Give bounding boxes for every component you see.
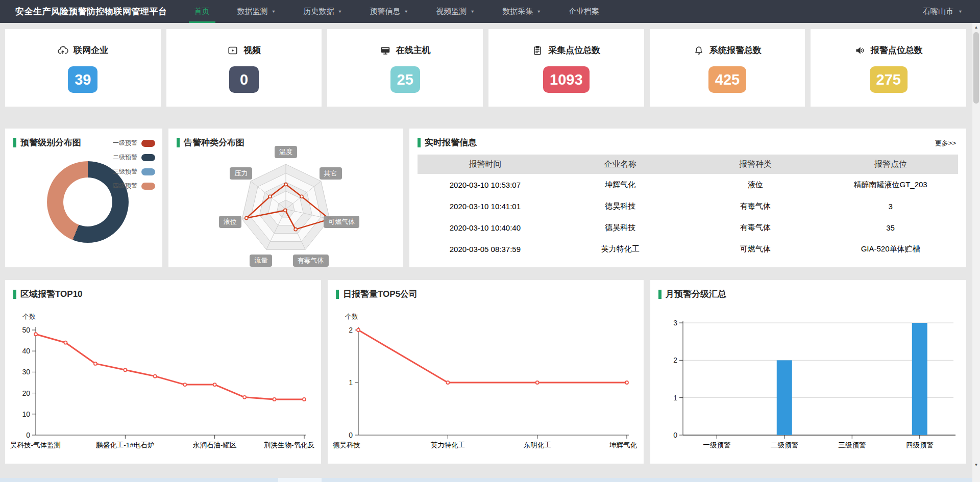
stat-label: 视频 — [243, 44, 261, 56]
chevron-down-icon: ▼ — [337, 10, 342, 14]
chevron-down-icon: ▼ — [536, 10, 541, 14]
col-enterprise-name: 企业名称 — [553, 155, 688, 174]
table-row: 2020-03-10 10:40:40德昊科技有毒气体35 — [418, 217, 958, 238]
svg-text:20: 20 — [22, 389, 30, 397]
svg-text:一级预警: 一级预警 — [703, 441, 730, 449]
nav-item-label: 企业档案 — [569, 7, 599, 16]
legend-item[interactable]: 三级预警 — [113, 167, 155, 176]
legend-item[interactable]: 一级预警 — [113, 139, 155, 147]
svg-text:2: 2 — [349, 326, 353, 334]
scroll-down-arrow-icon[interactable]: ▼ — [972, 461, 980, 469]
nav-item-data-collect[interactable]: 数据采集▼ — [488, 0, 555, 23]
legend-item[interactable]: 二级预警 — [113, 153, 155, 162]
svg-text:坤辉气化: 坤辉气化 — [609, 441, 638, 449]
table-cell: 35 — [823, 217, 958, 238]
table-header-row: 报警时间 企业名称 报警种类 报警点位 — [418, 155, 958, 174]
nav-item-enterprise-archive[interactable]: 企业档案 — [555, 0, 613, 23]
chart-legend: 一级预警二级预警三级预警四级预警 — [113, 139, 155, 196]
stat-value-badge: 25 — [390, 66, 420, 93]
svg-text:个数: 个数 — [345, 313, 358, 320]
svg-text:三级预警: 三级预警 — [838, 441, 866, 449]
svg-text:40: 40 — [22, 347, 30, 355]
table-row: 2020-03-10 10:53:07坤辉气化液位精醇南罐液位GT_203 — [418, 174, 958, 195]
stat-label: 联网企业 — [74, 44, 108, 56]
speaker-icon — [854, 45, 866, 56]
chevron-down-icon: ▼ — [272, 10, 276, 14]
scrollbar-thumb[interactable] — [973, 32, 979, 104]
scroll-up-arrow-icon[interactable]: ▲ — [972, 23, 980, 31]
legend-swatch — [141, 183, 155, 190]
bottom-row: 区域报警TOP10 个数01020304050昊科技-气体监测鹏盛化工-1#电石… — [5, 280, 966, 464]
table-cell: 有毒气体 — [688, 195, 823, 217]
nav-item-warning-info[interactable]: 预警信息▼ — [356, 0, 422, 23]
bottom-section-edge — [0, 478, 972, 482]
nav-item-data-monitor[interactable]: 数据监测▼ — [224, 0, 290, 23]
svg-text:永润石油-罐区: 永润石油-罐区 — [192, 441, 237, 449]
title-accent-bar — [658, 290, 662, 299]
realtime-alarm-table: 报警时间 企业名称 报警种类 报警点位 2020-03-10 10:53:07坤… — [418, 155, 958, 260]
chevron-down-icon: ▼ — [958, 10, 963, 14]
radar-axis-label: 温度 — [275, 146, 297, 158]
region-top10-chart: 个数01020304050昊科技-气体监测鹏盛化工-1#电石炉永润石油-罐区荆洪… — [9, 301, 315, 454]
table-cell: 2020-03-05 08:37:59 — [418, 238, 553, 260]
bottom-section-notch — [278, 478, 322, 482]
cloud-link-icon — [57, 45, 68, 56]
radar-axis-label: 有毒气体 — [293, 255, 329, 267]
panel-title: 区域报警TOP10 — [5, 280, 321, 300]
svg-text:荆洪生物-氧化反: 荆洪生物-氧化反 — [264, 441, 314, 449]
more-link[interactable]: 更多>> — [935, 139, 956, 148]
table-cell: 有毒气体 — [688, 217, 823, 238]
title-accent-bar — [13, 290, 16, 299]
nav-item-home[interactable]: 首页 — [181, 0, 224, 23]
panel-alarm-type-distribution: 告警种类分布图 温度其它可燃气体有毒气体流量液位压力 — [168, 129, 403, 267]
svg-text:2: 2 — [673, 356, 677, 364]
stat-label: 在线主机 — [396, 44, 431, 56]
vertical-scrollbar[interactable]: ▲ ▼ — [972, 23, 980, 482]
table-cell: 德昊科技 — [553, 217, 688, 238]
nav-item-label: 数据监测 — [237, 7, 268, 16]
panel-title-row: 实时报警信息 更多>> — [409, 129, 966, 148]
panel-title: 实时报警信息 — [409, 129, 485, 148]
title-accent-bar — [336, 290, 339, 299]
monitor-icon — [380, 45, 391, 56]
svg-text:鹏盛化工-1#电石炉: 鹏盛化工-1#电石炉 — [96, 441, 154, 449]
monthly-bar-chart: 0123一级预警二级预警三级预警四级预警 — [654, 301, 961, 454]
nav-item-history-data[interactable]: 历史数据▼ — [289, 0, 356, 23]
stat-label: 系统报警总数 — [709, 44, 762, 56]
daily-top5-chart: 个数012德昊科技英力特化工东明化工坤辉气化 — [332, 301, 638, 454]
stat-label: 报警点位总数 — [871, 44, 923, 56]
svg-text:3: 3 — [673, 319, 677, 327]
panel-monthly-warning-summary: 月预警分级汇总 0123一级预警二级预警三级预警四级预警 — [650, 280, 966, 464]
radar-axis-label: 可燃气体 — [324, 216, 359, 228]
panel-daily-alarm-top5: 日报警量TOP5公司 个数012德昊科技英力特化工东明化工坤辉气化 — [328, 280, 644, 464]
nav-item-label: 数据采集 — [502, 7, 533, 16]
table-cell: 可燃气体 — [688, 238, 823, 260]
region-label: 石嘴山市 — [923, 7, 953, 16]
radar-chart: 温度其它可燃气体有毒气体流量液位压力 — [168, 129, 403, 267]
nav-item-label: 预警信息 — [370, 7, 400, 16]
svg-text:0: 0 — [26, 431, 30, 439]
stats-row: 联网企业39视频0在线主机25采集点位总数1093系统报警总数425报警点位总数… — [5, 29, 966, 107]
legend-item[interactable]: 四级预警 — [113, 182, 155, 190]
legend-label: 四级预警 — [113, 182, 137, 190]
panel-realtime-alarms: 实时报警信息 更多>> 报警时间 企业名称 报警种类 报警点位 2020-03-… — [409, 129, 966, 267]
panel-region-alarm-top10: 区域报警TOP10 个数01020304050昊科技-气体监测鹏盛化工-1#电石… — [5, 280, 321, 464]
nav-item-label: 首页 — [194, 7, 210, 16]
col-alarm-type: 报警种类 — [688, 155, 823, 174]
radar-axis-label: 其它 — [320, 167, 342, 180]
legend-label: 一级预警 — [113, 139, 137, 147]
svg-text:四级预警: 四级预警 — [906, 441, 934, 449]
panel-title: 月预警分级汇总 — [650, 280, 966, 300]
region-selector[interactable]: 石嘴山市 ▼ — [923, 7, 963, 16]
svg-text:昊科技-气体监测: 昊科技-气体监测 — [10, 441, 61, 449]
stat-label: 采集点位总数 — [548, 44, 600, 56]
stat-value-badge: 275 — [870, 66, 908, 93]
col-alarm-time: 报警时间 — [418, 155, 553, 174]
table-cell: 2020-03-10 10:40:40 — [418, 217, 553, 238]
middle-row: 预警级别分布图 一级预警二级预警三级预警四级预警 告警种类分布图 温度其它可燃气… — [5, 129, 966, 267]
stat-card: 视频0 — [166, 29, 322, 107]
nav-item-video-monitor[interactable]: 视频监测▼ — [422, 0, 488, 23]
svg-text:个数: 个数 — [22, 313, 36, 320]
clipboard-icon — [532, 45, 543, 56]
legend-label: 二级预警 — [113, 153, 137, 162]
